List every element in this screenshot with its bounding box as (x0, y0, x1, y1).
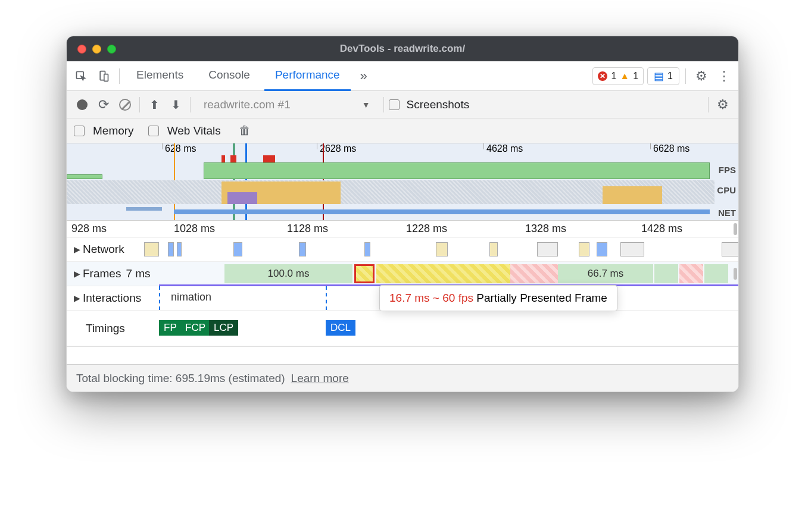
window-titlebar[interactable]: DevTools - readwrite.com/ (67, 36, 738, 61)
network-track-content[interactable] (144, 237, 738, 261)
track-label-text: Frames (83, 267, 121, 280)
overview-pane[interactable]: 628 ms 2628 ms 4628 ms 6628 ms FPS CPU N… (67, 143, 738, 221)
timing-dcl[interactable]: DCL (326, 320, 355, 336)
overview-cpu (67, 180, 714, 204)
status-text: Total blocking time: 695.19ms (estimated… (76, 372, 285, 385)
frame-selected[interactable] (354, 264, 375, 283)
track-label-text: Interactions (83, 292, 141, 305)
overview-tick: 6628 ms (650, 143, 689, 149)
interactions-track[interactable]: ▶Interactions nimation 16.7 ms ~ 60 fps … (67, 286, 738, 311)
warning-count: 1 (633, 71, 638, 82)
perf-options-bar: Memory Web Vitals 🗑 (67, 118, 738, 143)
toggle-device-icon[interactable] (94, 67, 113, 86)
reload-record-button[interactable]: ⟳ (94, 95, 113, 114)
timing-lcp[interactable]: LCP (209, 320, 238, 336)
issues-badge[interactable]: ▤ 1 (647, 67, 679, 85)
divider (139, 97, 140, 112)
divider (708, 97, 709, 112)
overview-tick: 4628 ms (483, 143, 523, 149)
frame-block[interactable] (654, 264, 678, 283)
spacer-row (67, 346, 738, 364)
settings-icon[interactable]: ⚙ (692, 67, 711, 86)
marker-line (159, 286, 160, 310)
close-window-button[interactable] (77, 45, 86, 54)
divider (685, 68, 686, 84)
scrollbar-thumb[interactable] (734, 223, 737, 235)
memory-checkbox[interactable] (74, 126, 85, 136)
warning-icon: ▲ (620, 71, 629, 82)
frame-block[interactable]: 100.0 ms (224, 264, 352, 283)
screenshots-label: Screenshots (407, 98, 470, 111)
timings-content[interactable]: FP FCP LCP DCL (207, 317, 738, 340)
frame-block[interactable] (704, 264, 728, 283)
session-name: readwrite.com #1 (204, 98, 291, 111)
dropdown-caret-icon: ▼ (362, 100, 370, 109)
frame-block-dropped[interactable] (679, 264, 703, 283)
frames-track-content[interactable]: 100.0 ms 66.7 ms (207, 262, 738, 286)
more-tabs-icon[interactable]: » (354, 67, 373, 86)
session-selector[interactable]: readwrite.com #1 ▼ (195, 98, 379, 111)
marker-line (326, 286, 327, 310)
tab-console[interactable]: Console (198, 61, 261, 91)
tooltip-rate: 16.7 ms ~ 60 fps (389, 292, 473, 304)
errors-warnings-badge[interactable]: ✕ 1 ▲ 1 (592, 67, 644, 85)
save-profile-icon[interactable]: ⬇ (166, 95, 185, 114)
message-icon: ▤ (654, 70, 664, 83)
traffic-lights (67, 45, 116, 54)
ruler-tick: 1428 ms (641, 223, 682, 235)
frame-block[interactable] (376, 264, 510, 283)
ruler-tick: 928 ms (71, 223, 107, 235)
ruler-tick: 1228 ms (406, 223, 447, 235)
learn-more-link[interactable]: Learn more (291, 372, 349, 385)
perf-toolbar: ⟳ ⬆ ⬇ readwrite.com #1 ▼ Screenshots ⚙ (67, 91, 738, 118)
network-track[interactable]: ▶Network (67, 237, 738, 262)
overview-fps-label: FPS (719, 165, 736, 175)
scrollbar-thumb[interactable] (734, 268, 737, 280)
track-label-text: Timings (86, 322, 125, 335)
garbage-collect-icon[interactable]: 🗑 (235, 121, 254, 140)
interactions-content[interactable]: nimation 16.7 ms ~ 60 fps Partially Pres… (207, 286, 738, 310)
zoom-window-button[interactable] (107, 45, 116, 54)
frame-block[interactable]: 66.7 ms (558, 264, 653, 283)
devtools-window: DevTools - readwrite.com/ Elements Conso… (66, 36, 739, 392)
panel-tabbar: Elements Console Performance » ✕ 1 ▲ 1 ▤… (67, 61, 738, 91)
capture-settings-icon[interactable]: ⚙ (713, 95, 732, 114)
frame-tooltip: 16.7 ms ~ 60 fps Partially Presented Fra… (379, 285, 617, 311)
frame-block-dropped[interactable] (510, 264, 558, 283)
divider (190, 97, 191, 112)
frames-track[interactable]: ▶Frames 7 ms 100.0 ms 66.7 ms (67, 262, 738, 286)
timing-fcp[interactable]: FCP (180, 320, 210, 336)
track-label-text: Network (83, 243, 124, 256)
divider (119, 68, 120, 84)
interaction-sub: nimation (171, 291, 211, 303)
ruler-tick: 1328 ms (525, 223, 566, 235)
clear-button[interactable] (116, 95, 135, 114)
overview-net-label: NET (718, 208, 736, 218)
divider (383, 97, 384, 112)
tab-elements[interactable]: Elements (126, 61, 194, 91)
minimize-window-button[interactable] (92, 45, 101, 54)
error-count: 1 (611, 71, 616, 82)
disclose-icon[interactable]: ▶ (74, 269, 80, 278)
message-count: 1 (667, 71, 673, 82)
kebab-menu-icon[interactable]: ⋮ (714, 67, 734, 86)
webvitals-checkbox[interactable] (148, 126, 159, 136)
timeline-ruler[interactable]: 928 ms 1028 ms 1128 ms 1228 ms 1328 ms 1… (67, 221, 738, 237)
timings-track[interactable]: Timings FP FCP LCP DCL (67, 311, 738, 346)
tab-performance[interactable]: Performance (264, 61, 351, 91)
memory-label: Memory (93, 124, 134, 137)
ruler-tick: 1028 ms (174, 223, 215, 235)
record-button[interactable] (73, 95, 92, 114)
frame-duration: 7 ms (126, 267, 150, 280)
window-title: DevTools - readwrite.com/ (67, 43, 738, 55)
error-icon: ✕ (598, 71, 607, 81)
overview-tick: 628 ms (162, 143, 196, 149)
inspect-element-icon[interactable] (71, 67, 91, 86)
screenshots-checkbox[interactable] (389, 99, 400, 110)
disclose-icon[interactable]: ▶ (74, 293, 80, 303)
timing-fp[interactable]: FP (159, 320, 182, 336)
overview-fps (67, 161, 714, 179)
ruler-tick: 1128 ms (287, 223, 328, 235)
disclose-icon[interactable]: ▶ (74, 245, 80, 254)
load-profile-icon[interactable]: ⬆ (145, 95, 164, 114)
